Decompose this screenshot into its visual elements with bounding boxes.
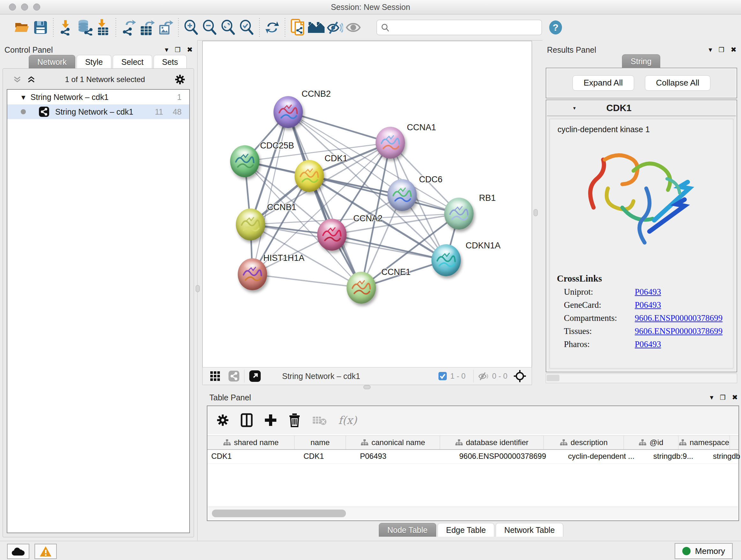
table-row[interactable]: CDK1CDK1P064939606.ENSP00000378699cyclin…: [207, 450, 738, 463]
tab-select[interactable]: Select: [113, 55, 152, 69]
show-all-button[interactable]: [344, 18, 362, 37]
create-column-plus-icon[interactable]: [264, 414, 277, 427]
show-columns-icon[interactable]: [241, 413, 253, 427]
tab-node-table[interactable]: Node Table: [379, 523, 436, 537]
panel-close-icon[interactable]: ✖: [731, 46, 737, 54]
node-CCNA1[interactable]: [376, 127, 405, 159]
network-row[interactable]: String Network – cdk1 11 48: [7, 105, 189, 119]
node-CCNE1[interactable]: [347, 272, 376, 304]
import-network-file-button[interactable]: [57, 18, 75, 37]
tab-style[interactable]: Style: [77, 55, 112, 69]
collapse-all-button[interactable]: Collapse All: [645, 75, 711, 91]
crosslink-genecard-link[interactable]: P06493: [635, 300, 661, 310]
node-CCNB2[interactable]: [273, 96, 303, 128]
help-button[interactable]: ?: [546, 18, 565, 37]
zoom-fit-button[interactable]: [219, 18, 238, 37]
edge-HIST1H1A-CCNE1[interactable]: [253, 274, 361, 288]
cell-canonical-name[interactable]: P06493: [356, 450, 455, 463]
apply-layout-button[interactable]: [263, 18, 281, 37]
tree-expand-icon[interactable]: ▾: [21, 92, 25, 102]
expand-all-trees-icon[interactable]: [27, 76, 36, 83]
save-session-button[interactable]: [31, 18, 50, 37]
cell-name[interactable]: CDK1: [300, 450, 356, 463]
panel-float-icon[interactable]: ❒: [720, 394, 726, 401]
crosslink-pharos-link[interactable]: P06493: [635, 339, 661, 349]
export-network-button[interactable]: [119, 18, 138, 37]
node-CDC6[interactable]: [387, 179, 417, 211]
edge-CCNA2-CDKN1A[interactable]: [332, 235, 446, 260]
left-splitter-handle[interactable]: [196, 285, 200, 292]
tab-sets[interactable]: Sets: [153, 55, 187, 69]
cell-namespace[interactable]: stringdb: [709, 450, 741, 463]
scrollbar-thumb[interactable]: [212, 509, 346, 517]
memory-button[interactable]: Memory: [675, 543, 733, 559]
network-view-panel[interactable]: CCNB2CCNA1CDC25BCDK1CDC6RB1CCNB1CCNA2CDK…: [202, 41, 532, 368]
zoom-in-button[interactable]: [182, 18, 200, 37]
search-box[interactable]: [377, 20, 542, 35]
selected-checkbox-icon[interactable]: [438, 372, 447, 381]
hide-selected-button[interactable]: [326, 18, 344, 37]
open-session-button[interactable]: [13, 18, 31, 37]
cell-shared-name[interactable]: CDK1: [207, 450, 300, 463]
cloud-status-button[interactable]: [7, 544, 29, 559]
close-window-icon[interactable]: [9, 3, 16, 10]
cell-database-identifier[interactable]: 9606.ENSP00000378699: [455, 450, 564, 463]
column-header-shared-name[interactable]: shared name: [207, 436, 294, 449]
column-header-namespace[interactable]: namespace: [678, 436, 730, 449]
import-table-button[interactable]: [94, 18, 112, 37]
node-CCNB1[interactable]: [236, 208, 265, 240]
section-collapse-icon[interactable]: ▾: [573, 105, 576, 111]
table-options-gear-icon[interactable]: [216, 414, 229, 427]
minimize-window-icon[interactable]: [21, 3, 28, 10]
node-RB1[interactable]: [444, 198, 474, 230]
column-header-database-identifier[interactable]: database identifier: [440, 436, 544, 449]
collapse-all-trees-icon[interactable]: [13, 76, 21, 83]
zoom-selected-button[interactable]: [238, 18, 256, 37]
first-neighbors-button[interactable]: [307, 18, 326, 37]
results-scrollbar[interactable]: [546, 374, 737, 383]
search-input[interactable]: [390, 23, 528, 32]
panel-close-icon[interactable]: ✖: [732, 393, 738, 401]
gene-section-header[interactable]: ▾ CDK1: [546, 100, 737, 116]
panel-close-icon[interactable]: ✖: [187, 46, 193, 54]
node-CDK1[interactable]: [294, 160, 324, 192]
horizontal-splitter[interactable]: [202, 385, 531, 389]
crosslink-compartments-link[interactable]: 9606.ENSP00000378699: [635, 313, 723, 323]
export-table-button[interactable]: [138, 18, 156, 37]
network-canvas[interactable]: CCNB2CCNA1CDC25BCDK1CDC6RB1CCNB1CCNA2CDK…: [203, 41, 532, 368]
node-HIST1H1A[interactable]: [238, 258, 267, 290]
crosslink-tissues-link[interactable]: 9606.ENSP00000378699: [635, 326, 723, 336]
tab-network[interactable]: Network: [29, 55, 75, 69]
warnings-button[interactable]: [35, 544, 57, 559]
expand-all-button[interactable]: Expand All: [572, 75, 634, 91]
column-header-name[interactable]: name: [294, 436, 346, 449]
cell-id[interactable]: stringdb:9...: [650, 450, 709, 463]
node-CCNA2[interactable]: [317, 219, 347, 251]
tab-network-table[interactable]: Network Table: [495, 523, 563, 537]
right-splitter-handle[interactable]: [534, 209, 538, 216]
network-collection-row[interactable]: ▾ String Network – cdk1 1: [7, 90, 189, 105]
column-header-id[interactable]: @id: [624, 436, 678, 449]
crosslink-uniprot-link[interactable]: P06493: [635, 287, 661, 297]
node-CDC25B[interactable]: [230, 145, 259, 177]
grid-view-icon[interactable]: [210, 371, 220, 381]
node-CDKN1A[interactable]: [431, 244, 461, 276]
maximize-window-icon[interactable]: [33, 3, 40, 10]
table-hscrollbar[interactable]: [208, 507, 738, 520]
duplicate-network-button[interactable]: [288, 18, 307, 37]
zoom-out-button[interactable]: [200, 18, 219, 37]
network-options-gear-icon[interactable]: [175, 74, 185, 85]
panel-float-icon[interactable]: ❒: [719, 46, 724, 54]
panel-menu-icon[interactable]: ▾: [709, 46, 712, 54]
column-header-description[interactable]: description: [544, 436, 624, 449]
panel-menu-icon[interactable]: ▾: [710, 393, 714, 401]
export-image-button[interactable]: [156, 18, 175, 37]
detach-view-icon[interactable]: [249, 370, 261, 382]
network-view-share-icon[interactable]: [228, 370, 240, 382]
hidden-eye-slash-icon[interactable]: [478, 372, 489, 381]
import-network-database-button[interactable]: [75, 18, 94, 37]
tab-string[interactable]: String: [622, 54, 660, 68]
delete-column-trash-icon[interactable]: [288, 413, 300, 427]
cell-description[interactable]: cyclin-dependent ...: [564, 450, 650, 463]
column-header-canonical-name[interactable]: canonical name: [346, 436, 440, 449]
